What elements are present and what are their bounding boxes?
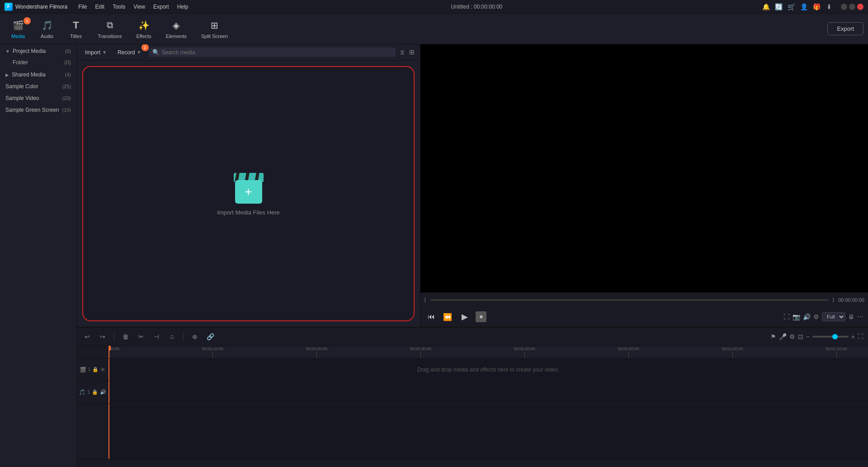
tab-audio[interactable]: 🎵 Audio [33, 16, 61, 42]
zoom-slider[interactable] [812, 336, 849, 338]
preview-seek-start-icon: ⟩ [424, 297, 426, 303]
sample-green-screen-count: (10) [62, 107, 71, 113]
fullscreen-icon[interactable]: ⛶ [783, 313, 790, 320]
add-track-button[interactable]: ⊕ [189, 331, 201, 343]
timeline-area: ↩ ↪ 🗑 ✂ ⊣ ♫ ⊕ 🔗 ⚑ 🎤 ⚙ ⊡ − [77, 327, 868, 467]
notification-icon[interactable]: 🔔 [761, 2, 770, 11]
minimize-button[interactable]: ─ [841, 4, 847, 10]
marker-icon[interactable]: ⚑ [770, 333, 776, 340]
import-media-label: Import Media Files Here [217, 209, 280, 216]
media-tool-icons: ⧖ ⊞ [399, 48, 415, 57]
shared-media-item[interactable]: ▶ Shared Media (4) [0, 69, 76, 81]
title-bar: F Wondershare Filmora File Edit Tools Vi… [0, 0, 868, 14]
zoom-in-icon[interactable]: + [851, 333, 855, 340]
export-button[interactable]: Export [827, 22, 863, 35]
record-button[interactable]: Record ▼ [114, 48, 145, 57]
shared-media-count: (4) [65, 72, 71, 77]
sample-color-item[interactable]: Sample Color (25) [0, 81, 76, 92]
video-eye-icon[interactable]: 👁 [100, 367, 105, 372]
media-drop-area[interactable]: + Import Media Files Here [82, 66, 415, 321]
ruler-label: 00:00:40:00 [514, 347, 535, 351]
left-panel: ▼ Project Media (0) Folder (0) ▶ Shared … [0, 44, 77, 467]
cart-icon[interactable]: 🛒 [787, 2, 796, 11]
tl-settings-icon[interactable]: ⚙ [789, 333, 795, 340]
timeline-bottom-bar [77, 459, 868, 467]
download-icon[interactable]: ⬇ [825, 2, 834, 11]
app-logo: F [5, 3, 13, 11]
menu-export[interactable]: Export [150, 3, 173, 11]
audio-icon: 🎵 [41, 19, 53, 32]
audio-vol-icon[interactable]: 🔊 [100, 389, 106, 395]
audio-lock-icon[interactable]: 🔒 [92, 389, 98, 395]
project-media-arrow: ▼ [5, 49, 10, 54]
grid-icon[interactable]: ⊞ [408, 48, 415, 57]
menu-edit[interactable]: Edit [92, 3, 108, 11]
import-button[interactable]: Import ▼ [81, 48, 110, 57]
folder-item[interactable]: Folder (0) [0, 57, 76, 68]
account-icon[interactable]: 👤 [799, 2, 808, 11]
close-button[interactable]: ✕ [857, 4, 863, 10]
fit-icon[interactable]: ⛶ [858, 333, 863, 340]
tab-elements[interactable]: ◈ Elements [160, 16, 193, 42]
tab-titles[interactable]: T Titles [62, 16, 90, 42]
timeline-toolbar: ↩ ↪ 🗑 ✂ ⊣ ♫ ⊕ 🔗 ⚑ 🎤 ⚙ ⊡ − [77, 328, 868, 346]
maximize-button[interactable]: □ [849, 4, 855, 10]
split-button[interactable]: ⊣ [151, 331, 162, 343]
title-bar-left: F Wondershare Filmora File Edit Tools Vi… [5, 3, 192, 11]
snapshot-icon[interactable]: 📷 [793, 313, 800, 320]
menu-tools[interactable]: Tools [109, 3, 129, 11]
sample-video-item[interactable]: Sample Video (20) [0, 92, 76, 104]
more-icon[interactable]: ⋯ [857, 313, 863, 320]
timeline-ruler[interactable]: 00:00:00:0000:00:10:0000:00:20:0000:00:3… [108, 346, 868, 358]
step-back-button[interactable]: ⏮ [425, 310, 438, 323]
quality-select[interactable]: Full 1/2 1/4 [822, 312, 845, 321]
sample-color-label: Sample Color [5, 83, 38, 90]
gift-icon[interactable]: 🎁 [812, 2, 821, 11]
tab-effects[interactable]: ✨ Effects [130, 16, 157, 42]
undo-button[interactable]: ↩ [81, 331, 93, 343]
video-track-icon: 🎬 [80, 367, 86, 373]
shared-media-arrow: ▶ [5, 72, 9, 77]
tab-splitscreen[interactable]: ⊞ Split Screen [195, 16, 234, 42]
monitor-icon[interactable]: 🖥 [848, 313, 854, 320]
frame-back-button[interactable]: ⏪ [441, 310, 454, 323]
split-view-icon[interactable]: ⊡ [798, 333, 803, 340]
cut-button[interactable]: ✂ [135, 331, 147, 343]
audio-label: Audio [41, 33, 53, 39]
stop-button[interactable]: ■ [476, 311, 486, 322]
volume-icon[interactable]: 🔊 [803, 313, 811, 320]
media-panel: Import ▼ Record ▼ 2 🔍 [77, 44, 420, 327]
mic-icon[interactable]: 🎤 [779, 333, 787, 340]
menu-bar: File Edit Tools View Export Help [75, 3, 192, 11]
play-button[interactable]: ▶ [458, 310, 472, 324]
redo-button[interactable]: ↪ [97, 331, 108, 343]
sample-green-screen-label: Sample Green Screen [5, 107, 59, 113]
settings-icon[interactable]: ⚙ [813, 313, 819, 320]
video-track-row: Drag and drop media and effects here to … [108, 358, 868, 381]
tab-transitions[interactable]: ⧉ Transitions [91, 16, 128, 42]
menu-view[interactable]: View [130, 3, 149, 11]
sample-video-count: (20) [62, 95, 71, 101]
project-media-section: ▼ Project Media (0) Folder (0) [0, 44, 76, 69]
audio-detach-button[interactable]: ♫ [166, 331, 178, 343]
audio-track-row [108, 381, 868, 404]
record-button-wrap: Record ▼ 2 [114, 48, 145, 57]
zoom-out-icon[interactable]: − [806, 333, 810, 340]
project-media-item[interactable]: ▼ Project Media (0) [0, 45, 76, 57]
magnet-button[interactable]: 🔗 [204, 331, 216, 343]
filter-icon[interactable]: ⧖ [399, 48, 406, 57]
preview-panel: ⟩ ⟩ 00:00:00:00 ⏮ ⏪ ▶ ■ ⛶ 📷 🔊 ⚙ [420, 44, 868, 327]
clap-body: + [235, 180, 262, 204]
sample-green-screen-item[interactable]: Sample Green Screen (10) [0, 104, 76, 116]
video-lock-icon[interactable]: 🔒 [92, 367, 99, 372]
clap-plus-icon: + [245, 185, 252, 199]
import-arrow-icon: ▼ [102, 50, 107, 55]
menu-file[interactable]: File [75, 3, 90, 11]
preview-timeline[interactable] [430, 299, 829, 301]
delete-button[interactable]: 🗑 [120, 331, 132, 343]
update-icon[interactable]: 🔄 [774, 2, 783, 11]
search-input[interactable] [162, 49, 392, 56]
preview-area [420, 44, 868, 292]
menu-help[interactable]: Help [174, 3, 192, 11]
sample-color-count: (25) [62, 84, 71, 89]
